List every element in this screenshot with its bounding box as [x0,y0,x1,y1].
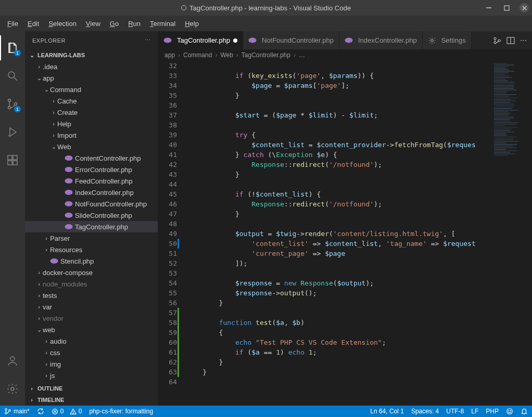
editor-body[interactable]: 3233343536373839404142434445464748495051… [158,61,532,406]
svg-point-7 [8,107,11,109]
tree-item[interactable]: Stencil.php [25,255,158,267]
svg-point-10 [8,135,10,137]
split-editor-icon[interactable] [506,36,515,45]
activity-extensions[interactable] [0,148,25,173]
tree-label: FeedController.php [75,177,133,185]
minimize-button[interactable] [484,3,493,12]
tree-item[interactable]: ›vendor [25,312,158,324]
tree-item[interactable]: FeedController.php [25,175,158,187]
svg-point-6 [8,99,11,102]
breadcrumb[interactable]: app›Command›Web›TagController.php›… [158,49,532,61]
menu-edit[interactable]: Edit [23,18,43,30]
tree-item[interactable]: ⌄Command [25,84,158,95]
tree-item[interactable]: ›Resources [25,244,158,255]
tree-item[interactable]: ›audio [25,335,158,347]
tree-item[interactable]: ContentController.php [25,152,158,164]
tree-item[interactable]: ›var [25,301,158,312]
project-section[interactable]: ⌄ LEARNING-LABS [25,49,158,61]
tree-label: Create [57,109,78,116]
tree-label: NotFoundController.php [75,200,147,208]
svg-point-18 [65,167,73,172]
sidebar-more-icon[interactable]: ⋯ [145,37,151,44]
status-language[interactable]: PHP [486,408,499,415]
tab-label: Settings [441,36,466,44]
tree-item[interactable]: IndexController.php [25,187,158,198]
tree-item[interactable]: ›Create [25,107,158,118]
chevron-right-icon: › [35,292,43,298]
tab[interactable]: Settings [423,31,472,49]
code-content[interactable]: if (key_exists('page', $params)) { $page… [184,61,490,406]
close-button[interactable] [520,3,529,12]
tree-item[interactable]: ›js [25,370,158,381]
menu-selection[interactable]: Selection [44,18,80,30]
activity-source-control[interactable]: 1 [0,92,25,116]
menu-bar: FileEditSelectionViewGoRunTerminalHelp [0,16,532,31]
tree-item[interactable]: TagController.php [25,221,158,232]
modified-dot-icon [233,38,237,43]
status-notifications-icon[interactable] [521,408,528,415]
tree-item[interactable]: ›img [25,358,158,370]
breadcrumb-item[interactable]: app [164,51,175,59]
tree-item[interactable]: ›Cache [25,95,158,107]
status-feedback-icon[interactable] [506,408,513,415]
php-icon [65,154,73,162]
timeline-section[interactable]: › TIMELINE [25,394,158,406]
outline-section[interactable]: › OUTLINE [25,383,158,394]
activity-search[interactable] [0,63,25,88]
tree-item[interactable]: ›tests [25,290,158,301]
menu-file[interactable]: File [3,18,22,30]
minimap[interactable] [490,61,532,406]
tree-item[interactable]: ›css [25,347,158,358]
tree-item[interactable]: ›Parser [25,232,158,244]
menu-help[interactable]: Help [181,18,203,30]
tab[interactable]: TagController.php [158,31,243,49]
tree-label: Web [57,143,71,151]
tree-item[interactable]: ErrorController.php [25,164,158,175]
activity-run-debug[interactable] [0,120,25,145]
svg-rect-12 [13,155,17,160]
compare-changes-icon[interactable] [493,36,501,45]
svg-marker-9 [10,128,16,136]
tree-item[interactable]: NotFoundController.php [25,198,158,210]
status-eol[interactable]: LF [471,408,478,415]
status-encoding[interactable]: UTF-8 [446,408,464,415]
tree-item[interactable]: ›.idea [25,61,158,72]
status-sync[interactable] [37,408,44,415]
tree-item[interactable]: ›Help [25,118,158,129]
tree-item[interactable]: ›docker-compose [25,267,158,278]
tree-item[interactable]: SlideController.php [25,210,158,221]
breadcrumb-item[interactable]: Web [220,51,233,59]
activity-settings[interactable] [0,376,25,401]
tree-label: img [50,360,61,368]
tree-item[interactable]: ›node_modules [25,278,158,290]
tab[interactable]: NotFoundController.php [243,31,339,49]
tree-item[interactable]: ⌄Web [25,141,158,152]
status-formatter[interactable]: php-cs-fixer: formatting [89,408,153,415]
tree-item[interactable]: ⌄web [25,324,158,335]
breadcrumb-item[interactable]: … [299,51,305,59]
status-problems[interactable]: 0 0 [52,408,82,415]
menu-terminal[interactable]: Terminal [146,18,180,30]
tree-item[interactable]: ›Import [25,129,158,141]
chevron-right-icon: › [28,385,35,392]
menu-go[interactable]: Go [106,18,123,30]
activity-explorer[interactable]: 1 [0,35,25,60]
breadcrumb-item[interactable]: TagController.php [242,51,290,59]
chevron-right-icon: › [236,51,238,59]
svg-point-28 [431,39,433,41]
tab-more-icon[interactable]: ⋯ [520,36,527,44]
status-indentation[interactable]: Spaces: 4 [411,408,439,415]
maximize-button[interactable] [502,3,511,12]
explorer-badge: 1 [14,50,21,56]
tree-label: Help [57,120,71,128]
activity-accounts[interactable] [0,348,25,373]
status-branch[interactable]: main* [4,408,30,415]
tab[interactable]: IndexController.php [339,31,423,49]
menu-run[interactable]: Run [124,18,145,30]
breadcrumb-item[interactable]: Command [183,51,212,59]
tree-item[interactable]: ⌄app [25,72,158,84]
editor-area: TagController.phpNotFoundController.phpI… [158,31,532,406]
sidebar-header: EXPLORER ⋯ [25,31,158,49]
menu-view[interactable]: View [82,18,105,30]
status-cursor[interactable]: Ln 64, Col 1 [370,408,404,415]
